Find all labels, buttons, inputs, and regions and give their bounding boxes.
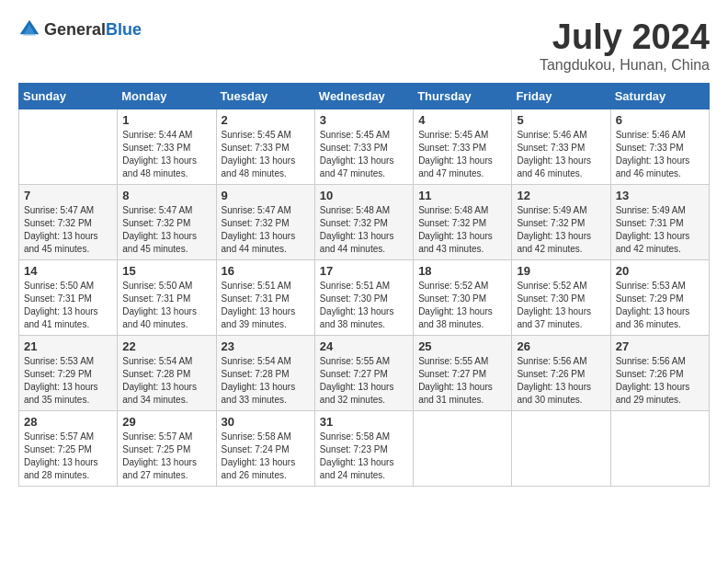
calendar-cell: 5Sunrise: 5:46 AM Sunset: 7:33 PM Daylig… — [512, 109, 610, 184]
column-header-tuesday: Tuesday — [216, 83, 314, 109]
logo-blue: Blue — [106, 20, 142, 39]
day-number: 20 — [616, 264, 704, 278]
column-header-friday: Friday — [512, 83, 610, 109]
day-number: 11 — [418, 189, 506, 202]
column-header-wednesday: Wednesday — [314, 83, 413, 109]
day-info: Sunrise: 5:57 AM Sunset: 7:25 PM Dayligh… — [24, 431, 112, 482]
calendar-cell: 27Sunrise: 5:56 AM Sunset: 7:26 PM Dayli… — [610, 335, 709, 410]
day-info: Sunrise: 5:53 AM Sunset: 7:29 PM Dayligh… — [24, 355, 112, 407]
calendar-week-row: 21Sunrise: 5:53 AM Sunset: 7:29 PM Dayli… — [19, 335, 710, 410]
calendar-cell: 8Sunrise: 5:47 AM Sunset: 7:32 PM Daylig… — [118, 184, 216, 259]
column-header-saturday: Saturday — [610, 83, 709, 109]
column-header-thursday: Thursday — [414, 83, 512, 109]
day-info: Sunrise: 5:47 AM Sunset: 7:32 PM Dayligh… — [222, 204, 310, 256]
day-number: 16 — [222, 264, 310, 278]
calendar-week-row: 1Sunrise: 5:44 AM Sunset: 7:33 PM Daylig… — [19, 109, 710, 184]
month-year: July 2024 — [540, 18, 710, 57]
logo-icon — [18, 18, 40, 40]
calendar-cell — [610, 410, 709, 486]
day-number: 12 — [517, 189, 605, 202]
calendar-cell: 28Sunrise: 5:57 AM Sunset: 7:25 PM Dayli… — [19, 410, 118, 486]
calendar-cell: 20Sunrise: 5:53 AM Sunset: 7:29 PM Dayli… — [610, 259, 709, 335]
day-info: Sunrise: 5:50 AM Sunset: 7:31 PM Dayligh… — [122, 280, 210, 331]
day-info: Sunrise: 5:45 AM Sunset: 7:33 PM Dayligh… — [418, 129, 506, 180]
day-number: 26 — [517, 339, 605, 353]
calendar-cell: 12Sunrise: 5:49 AM Sunset: 7:32 PM Dayli… — [512, 184, 610, 259]
day-number: 2 — [222, 113, 310, 127]
day-number: 24 — [320, 339, 408, 353]
calendar-cell: 15Sunrise: 5:50 AM Sunset: 7:31 PM Dayli… — [118, 259, 216, 335]
calendar-cell: 17Sunrise: 5:51 AM Sunset: 7:30 PM Dayli… — [314, 259, 413, 335]
calendar-cell: 13Sunrise: 5:49 AM Sunset: 7:31 PM Dayli… — [610, 184, 709, 259]
day-number: 7 — [24, 189, 112, 202]
day-info: Sunrise: 5:56 AM Sunset: 7:26 PM Dayligh… — [517, 355, 605, 407]
calendar-week-row: 14Sunrise: 5:50 AM Sunset: 7:31 PM Dayli… — [19, 259, 710, 335]
day-number: 21 — [24, 339, 112, 353]
calendar-table: SundayMondayTuesdayWednesdayThursdayFrid… — [18, 83, 710, 487]
day-info: Sunrise: 5:56 AM Sunset: 7:26 PM Dayligh… — [616, 355, 704, 407]
calendar-cell: 21Sunrise: 5:53 AM Sunset: 7:29 PM Dayli… — [19, 335, 118, 410]
day-number: 25 — [418, 339, 506, 353]
day-number: 29 — [122, 415, 210, 429]
calendar-cell — [19, 109, 118, 184]
calendar-cell — [512, 410, 610, 486]
day-info: Sunrise: 5:45 AM Sunset: 7:33 PM Dayligh… — [222, 129, 310, 180]
calendar-header-row: SundayMondayTuesdayWednesdayThursdayFrid… — [19, 83, 710, 109]
calendar-cell: 23Sunrise: 5:54 AM Sunset: 7:28 PM Dayli… — [216, 335, 314, 410]
calendar-cell: 26Sunrise: 5:56 AM Sunset: 7:26 PM Dayli… — [512, 335, 610, 410]
logo: GeneralBlue — [18, 18, 142, 40]
calendar-cell: 19Sunrise: 5:52 AM Sunset: 7:30 PM Dayli… — [512, 259, 610, 335]
day-number: 9 — [222, 189, 310, 202]
calendar-cell — [414, 410, 512, 486]
day-info: Sunrise: 5:51 AM Sunset: 7:30 PM Dayligh… — [320, 280, 408, 331]
day-info: Sunrise: 5:46 AM Sunset: 7:33 PM Dayligh… — [616, 129, 704, 180]
calendar-cell: 6Sunrise: 5:46 AM Sunset: 7:33 PM Daylig… — [610, 109, 709, 184]
day-number: 1 — [122, 113, 210, 127]
calendar-cell: 25Sunrise: 5:55 AM Sunset: 7:27 PM Dayli… — [414, 335, 512, 410]
day-number: 18 — [418, 264, 506, 278]
day-info: Sunrise: 5:55 AM Sunset: 7:27 PM Dayligh… — [418, 355, 506, 407]
day-info: Sunrise: 5:49 AM Sunset: 7:32 PM Dayligh… — [517, 204, 605, 256]
day-number: 23 — [222, 339, 310, 353]
calendar-week-row: 28Sunrise: 5:57 AM Sunset: 7:25 PM Dayli… — [19, 410, 710, 486]
day-info: Sunrise: 5:58 AM Sunset: 7:23 PM Dayligh… — [320, 431, 408, 482]
day-number: 28 — [24, 415, 112, 429]
calendar-cell: 18Sunrise: 5:52 AM Sunset: 7:30 PM Dayli… — [414, 259, 512, 335]
day-number: 27 — [616, 339, 704, 353]
calendar-cell: 1Sunrise: 5:44 AM Sunset: 7:33 PM Daylig… — [118, 109, 216, 184]
calendar-cell: 30Sunrise: 5:58 AM Sunset: 7:24 PM Dayli… — [216, 410, 314, 486]
day-info: Sunrise: 5:54 AM Sunset: 7:28 PM Dayligh… — [222, 355, 310, 407]
calendar-cell: 3Sunrise: 5:45 AM Sunset: 7:33 PM Daylig… — [314, 109, 413, 184]
day-number: 13 — [616, 189, 704, 202]
day-info: Sunrise: 5:44 AM Sunset: 7:33 PM Dayligh… — [122, 129, 210, 180]
day-number: 17 — [320, 264, 408, 278]
column-header-sunday: Sunday — [19, 83, 118, 109]
day-info: Sunrise: 5:46 AM Sunset: 7:33 PM Dayligh… — [517, 129, 605, 180]
day-number: 4 — [418, 113, 506, 127]
day-number: 30 — [222, 415, 310, 429]
day-info: Sunrise: 5:51 AM Sunset: 7:31 PM Dayligh… — [222, 280, 310, 331]
logo-general: General — [44, 20, 106, 39]
day-info: Sunrise: 5:52 AM Sunset: 7:30 PM Dayligh… — [418, 280, 506, 331]
column-header-monday: Monday — [118, 83, 216, 109]
calendar-cell: 9Sunrise: 5:47 AM Sunset: 7:32 PM Daylig… — [216, 184, 314, 259]
day-info: Sunrise: 5:52 AM Sunset: 7:30 PM Dayligh… — [517, 280, 605, 331]
day-info: Sunrise: 5:48 AM Sunset: 7:32 PM Dayligh… — [320, 204, 408, 256]
title-block: July 2024 Tangdukou, Hunan, China — [540, 18, 710, 74]
calendar-cell: 14Sunrise: 5:50 AM Sunset: 7:31 PM Dayli… — [19, 259, 118, 335]
day-info: Sunrise: 5:48 AM Sunset: 7:32 PM Dayligh… — [418, 204, 506, 256]
day-number: 19 — [517, 264, 605, 278]
day-number: 22 — [122, 339, 210, 353]
day-info: Sunrise: 5:47 AM Sunset: 7:32 PM Dayligh… — [24, 204, 112, 256]
day-number: 6 — [616, 113, 704, 127]
day-number: 14 — [24, 264, 112, 278]
day-info: Sunrise: 5:45 AM Sunset: 7:33 PM Dayligh… — [320, 129, 408, 180]
calendar-cell: 31Sunrise: 5:58 AM Sunset: 7:23 PM Dayli… — [314, 410, 413, 486]
calendar-cell: 22Sunrise: 5:54 AM Sunset: 7:28 PM Dayli… — [118, 335, 216, 410]
day-number: 3 — [320, 113, 408, 127]
location: Tangdukou, Hunan, China — [540, 57, 710, 74]
day-number: 15 — [122, 264, 210, 278]
day-info: Sunrise: 5:57 AM Sunset: 7:25 PM Dayligh… — [122, 431, 210, 482]
day-info: Sunrise: 5:50 AM Sunset: 7:31 PM Dayligh… — [24, 280, 112, 331]
calendar-cell: 11Sunrise: 5:48 AM Sunset: 7:32 PM Dayli… — [414, 184, 512, 259]
